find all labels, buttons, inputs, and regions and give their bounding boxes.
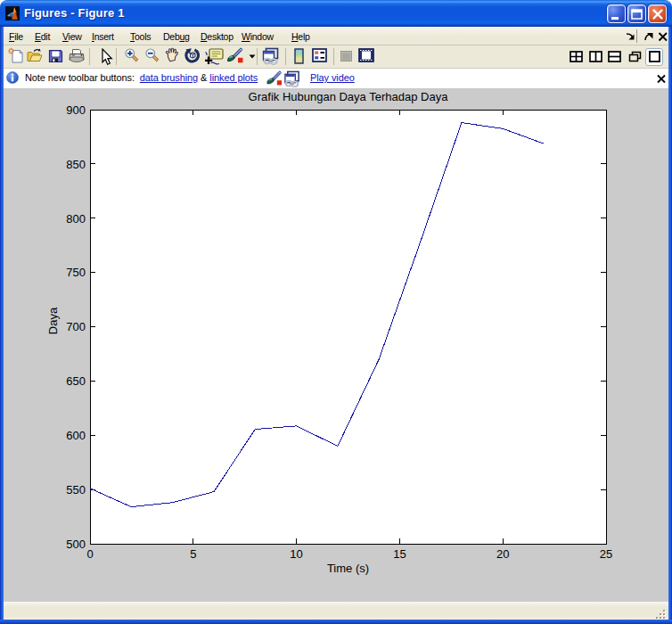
- svg-text:10: 10: [290, 547, 302, 561]
- svg-text:700: 700: [66, 320, 86, 333]
- svg-text:550: 550: [66, 483, 86, 497]
- svg-text:Daya: Daya: [46, 307, 60, 334]
- svg-text:20: 20: [496, 547, 509, 561]
- svg-text:Grafik Hubungan Daya Terhadap: Grafik Hubungan Daya Terhadap Daya: [249, 90, 449, 103]
- svg-text:5: 5: [190, 547, 196, 561]
- svg-text:15: 15: [393, 547, 406, 561]
- svg-text:500: 500: [66, 538, 86, 551]
- svg-text:Time (s): Time (s): [327, 562, 369, 575]
- svg-text:800: 800: [66, 212, 86, 226]
- svg-text:25: 25: [600, 547, 612, 561]
- svg-text:750: 750: [66, 266, 86, 279]
- svg-text:0: 0: [86, 547, 93, 561]
- svg-text:650: 650: [66, 374, 86, 388]
- svg-text:850: 850: [66, 158, 86, 171]
- svg-text:900: 900: [66, 103, 86, 117]
- svg-text:600: 600: [66, 429, 86, 442]
